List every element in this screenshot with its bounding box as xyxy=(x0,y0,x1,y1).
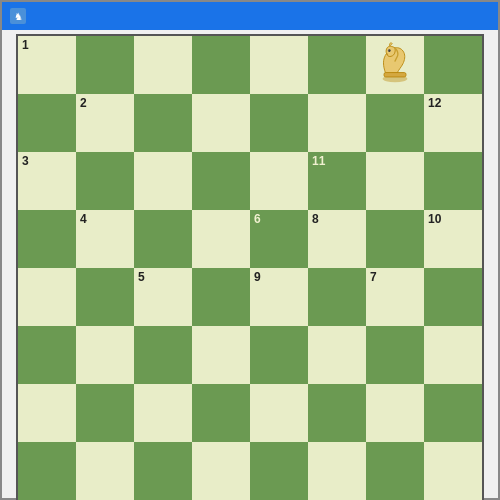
cell-1-4[interactable] xyxy=(250,94,308,152)
knight-piece xyxy=(373,40,417,90)
svg-text:♞: ♞ xyxy=(14,11,23,22)
cell-2-1[interactable] xyxy=(76,152,134,210)
cell-4-0[interactable] xyxy=(18,268,76,326)
cell-1-3[interactable] xyxy=(192,94,250,152)
cell-number-9: 9 xyxy=(254,271,261,283)
cell-6-3[interactable] xyxy=(192,384,250,442)
cell-6-1[interactable] xyxy=(76,384,134,442)
cell-number-12: 12 xyxy=(428,97,441,109)
cell-1-7[interactable]: 12 xyxy=(424,94,482,152)
window-controls xyxy=(422,7,490,25)
cell-2-4[interactable] xyxy=(250,152,308,210)
cell-0-0[interactable]: 1 xyxy=(18,36,76,94)
svg-point-4 xyxy=(388,50,389,51)
chess-board[interactable]: 1 21231146810597 xyxy=(16,34,484,500)
cell-7-7[interactable] xyxy=(424,442,482,500)
cell-4-7[interactable] xyxy=(424,268,482,326)
cell-7-3[interactable] xyxy=(192,442,250,500)
cell-7-0[interactable] xyxy=(18,442,76,500)
cell-5-0[interactable] xyxy=(18,326,76,384)
cell-7-2[interactable] xyxy=(134,442,192,500)
cell-2-0[interactable]: 3 xyxy=(18,152,76,210)
svg-rect-6 xyxy=(384,73,406,77)
cell-number-11: 11 xyxy=(312,155,325,167)
app-icon: ♞ xyxy=(10,8,26,24)
cell-5-5[interactable] xyxy=(308,326,366,384)
cell-1-6[interactable] xyxy=(366,94,424,152)
cell-number-2: 2 xyxy=(80,97,87,109)
cell-4-4[interactable]: 9 xyxy=(250,268,308,326)
cell-number-10: 10 xyxy=(428,213,441,225)
titlebar: ♞ xyxy=(2,2,498,30)
cell-number-6: 6 xyxy=(254,213,261,225)
cell-3-4[interactable]: 6 xyxy=(250,210,308,268)
cell-1-2[interactable] xyxy=(134,94,192,152)
cell-5-7[interactable] xyxy=(424,326,482,384)
cell-4-1[interactable] xyxy=(76,268,134,326)
cell-number-4: 4 xyxy=(80,213,87,225)
cell-4-5[interactable] xyxy=(308,268,366,326)
cell-3-5[interactable]: 8 xyxy=(308,210,366,268)
cell-0-2[interactable] xyxy=(134,36,192,94)
svg-point-5 xyxy=(387,53,388,54)
cell-5-2[interactable] xyxy=(134,326,192,384)
minimize-button[interactable] xyxy=(422,7,442,25)
cell-3-2[interactable] xyxy=(134,210,192,268)
cell-5-4[interactable] xyxy=(250,326,308,384)
cell-6-5[interactable] xyxy=(308,384,366,442)
cell-4-6[interactable]: 7 xyxy=(366,268,424,326)
cell-number-8: 8 xyxy=(312,213,319,225)
cell-2-6[interactable] xyxy=(366,152,424,210)
cell-6-2[interactable] xyxy=(134,384,192,442)
cell-3-1[interactable]: 4 xyxy=(76,210,134,268)
board-container: 1 21231146810597 xyxy=(2,30,498,500)
cell-7-6[interactable] xyxy=(366,442,424,500)
app-window: ♞ 1 xyxy=(0,0,500,500)
cell-0-4[interactable] xyxy=(250,36,308,94)
cell-2-2[interactable] xyxy=(134,152,192,210)
cell-0-6[interactable] xyxy=(366,36,424,94)
cell-0-5[interactable] xyxy=(308,36,366,94)
maximize-button[interactable] xyxy=(446,7,466,25)
cell-0-3[interactable] xyxy=(192,36,250,94)
cell-2-5[interactable]: 11 xyxy=(308,152,366,210)
cell-3-0[interactable] xyxy=(18,210,76,268)
cell-5-6[interactable] xyxy=(366,326,424,384)
cell-number-3: 3 xyxy=(22,155,29,167)
cell-7-5[interactable] xyxy=(308,442,366,500)
cell-number-1: 1 xyxy=(22,39,29,51)
cell-4-3[interactable] xyxy=(192,268,250,326)
cell-number-5: 5 xyxy=(138,271,145,283)
cell-6-4[interactable] xyxy=(250,384,308,442)
cell-6-6[interactable] xyxy=(366,384,424,442)
cell-6-0[interactable] xyxy=(18,384,76,442)
cell-5-1[interactable] xyxy=(76,326,134,384)
cell-6-7[interactable] xyxy=(424,384,482,442)
cell-3-7[interactable]: 10 xyxy=(424,210,482,268)
cell-3-3[interactable] xyxy=(192,210,250,268)
svg-point-3 xyxy=(388,49,391,52)
close-button[interactable] xyxy=(470,7,490,25)
cell-5-3[interactable] xyxy=(192,326,250,384)
cell-1-5[interactable] xyxy=(308,94,366,152)
cell-1-1[interactable]: 2 xyxy=(76,94,134,152)
cell-4-2[interactable]: 5 xyxy=(134,268,192,326)
cell-2-7[interactable] xyxy=(424,152,482,210)
cell-0-1[interactable] xyxy=(76,36,134,94)
cell-2-3[interactable] xyxy=(192,152,250,210)
cell-7-1[interactable] xyxy=(76,442,134,500)
cell-1-0[interactable] xyxy=(18,94,76,152)
cell-number-7: 7 xyxy=(370,271,377,283)
cell-0-7[interactable] xyxy=(424,36,482,94)
cell-3-6[interactable] xyxy=(366,210,424,268)
cell-7-4[interactable] xyxy=(250,442,308,500)
